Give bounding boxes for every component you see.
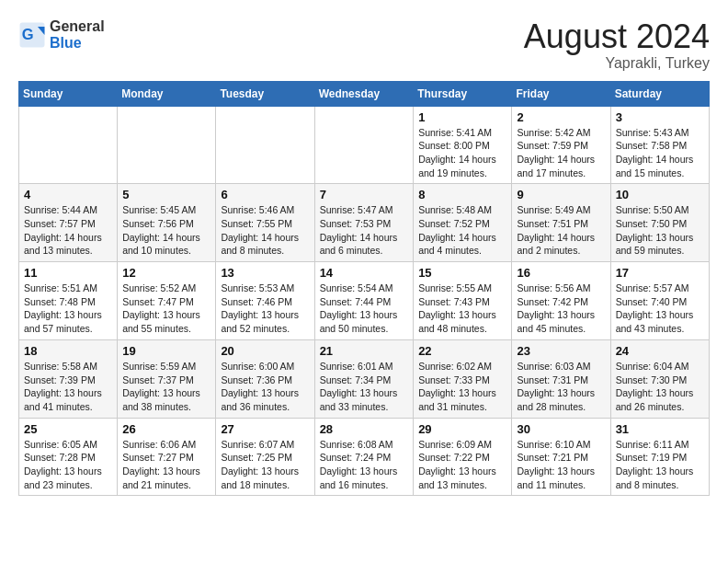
day-number: 17 [616,266,704,280]
day-info: Sunrise: 5:54 AM Sunset: 7:44 PM Dayligh… [320,282,409,336]
calendar-cell: 27Sunrise: 6:07 AM Sunset: 7:25 PM Dayli… [216,418,314,496]
day-info: Sunrise: 5:45 AM Sunset: 7:56 PM Dayligh… [122,203,210,258]
day-info: Sunrise: 5:59 AM Sunset: 7:37 PM Dayligh… [122,360,210,414]
day-info: Sunrise: 5:48 AM Sunset: 7:52 PM Dayligh… [418,203,506,258]
calendar-cell: 10Sunrise: 5:50 AM Sunset: 7:50 PM Dayli… [610,184,709,262]
day-number: 15 [418,266,506,280]
day-number: 20 [221,344,309,358]
day-number: 14 [320,266,409,280]
calendar-cell: 15Sunrise: 5:55 AM Sunset: 7:43 PM Dayli… [414,262,512,340]
calendar-cell: 8Sunrise: 5:48 AM Sunset: 7:52 PM Daylig… [414,184,512,262]
calendar-body: 1Sunrise: 5:41 AM Sunset: 8:00 PM Daylig… [19,106,710,496]
day-of-week-header: Wednesday [314,81,414,106]
day-of-week-header: Thursday [414,81,512,106]
svg-text:G: G [22,26,34,42]
day-number: 7 [320,188,409,201]
day-number: 12 [122,266,210,280]
calendar-week-row: 18Sunrise: 5:58 AM Sunset: 7:39 PM Dayli… [19,339,710,418]
day-number: 23 [517,344,605,358]
logo-icon: G [18,21,46,49]
day-info: Sunrise: 6:10 AM Sunset: 7:21 PM Dayligh… [517,438,605,492]
day-number: 29 [418,422,506,436]
calendar-cell: 29Sunrise: 6:09 AM Sunset: 7:22 PM Dayli… [414,418,512,496]
calendar-cell: 6Sunrise: 5:46 AM Sunset: 7:55 PM Daylig… [216,184,314,262]
calendar-cell: 2Sunrise: 5:42 AM Sunset: 7:59 PM Daylig… [512,106,610,184]
day-number: 4 [24,188,112,201]
calendar-cell: 16Sunrise: 5:56 AM Sunset: 7:42 PM Dayli… [512,262,610,340]
calendar-cell: 13Sunrise: 5:53 AM Sunset: 7:46 PM Dayli… [216,262,314,340]
calendar-cell: 9Sunrise: 5:49 AM Sunset: 7:51 PM Daylig… [512,184,610,262]
day-number: 19 [122,344,210,358]
day-number: 24 [616,344,704,358]
calendar-table: SundayMondayTuesdayWednesdayThursdayFrid… [18,81,710,497]
calendar-cell: 26Sunrise: 6:06 AM Sunset: 7:27 PM Dayli… [118,418,216,496]
day-number: 31 [616,422,704,436]
day-info: Sunrise: 5:44 AM Sunset: 7:57 PM Dayligh… [24,203,112,258]
day-number: 21 [320,344,409,358]
day-of-week-header: Monday [118,81,216,106]
day-info: Sunrise: 6:06 AM Sunset: 7:27 PM Dayligh… [122,438,210,492]
day-of-week-header: Sunday [19,81,118,106]
day-number: 8 [418,188,506,201]
day-info: Sunrise: 6:07 AM Sunset: 7:25 PM Dayligh… [221,438,309,492]
day-number: 18 [24,344,112,358]
day-info: Sunrise: 5:41 AM Sunset: 8:00 PM Dayligh… [418,126,506,180]
calendar-cell [216,106,314,184]
day-info: Sunrise: 5:50 AM Sunset: 7:50 PM Dayligh… [616,203,704,258]
calendar-week-row: 25Sunrise: 6:05 AM Sunset: 7:28 PM Dayli… [19,418,710,496]
day-info: Sunrise: 6:00 AM Sunset: 7:36 PM Dayligh… [221,360,309,414]
calendar-cell: 5Sunrise: 5:45 AM Sunset: 7:56 PM Daylig… [118,184,216,262]
day-number: 2 [517,110,605,124]
day-info: Sunrise: 6:11 AM Sunset: 7:19 PM Dayligh… [616,438,704,492]
logo: G General Blue [18,18,105,52]
logo-general: General [50,18,105,34]
header-row: SundayMondayTuesdayWednesdayThursdayFrid… [19,81,710,106]
day-number: 1 [418,110,506,124]
day-info: Sunrise: 6:09 AM Sunset: 7:22 PM Dayligh… [418,438,506,492]
day-info: Sunrise: 6:02 AM Sunset: 7:33 PM Dayligh… [418,360,506,414]
day-info: Sunrise: 5:42 AM Sunset: 7:59 PM Dayligh… [517,126,605,180]
day-info: Sunrise: 5:46 AM Sunset: 7:55 PM Dayligh… [221,203,309,258]
day-number: 28 [320,422,409,436]
calendar-cell: 7Sunrise: 5:47 AM Sunset: 7:53 PM Daylig… [314,184,414,262]
calendar-cell: 30Sunrise: 6:10 AM Sunset: 7:21 PM Dayli… [512,418,610,496]
calendar-cell [118,106,216,184]
day-info: Sunrise: 5:55 AM Sunset: 7:43 PM Dayligh… [418,282,506,336]
day-info: Sunrise: 5:52 AM Sunset: 7:47 PM Dayligh… [122,282,210,336]
calendar-cell: 4Sunrise: 5:44 AM Sunset: 7:57 PM Daylig… [19,184,118,262]
day-number: 25 [24,422,112,436]
calendar-cell: 19Sunrise: 5:59 AM Sunset: 7:37 PM Dayli… [118,339,216,418]
day-number: 9 [517,188,605,201]
calendar-cell [19,106,118,184]
calendar-cell: 3Sunrise: 5:43 AM Sunset: 7:58 PM Daylig… [610,106,709,184]
calendar-header: SundayMondayTuesdayWednesdayThursdayFrid… [19,81,710,106]
calendar-cell: 31Sunrise: 6:11 AM Sunset: 7:19 PM Dayli… [610,418,709,496]
day-info: Sunrise: 5:51 AM Sunset: 7:48 PM Dayligh… [24,282,112,336]
day-number: 27 [221,422,309,436]
day-number: 30 [517,422,605,436]
calendar-cell: 20Sunrise: 6:00 AM Sunset: 7:36 PM Dayli… [216,339,314,418]
month-year-title: August 2024 [524,18,710,55]
calendar-week-row: 4Sunrise: 5:44 AM Sunset: 7:57 PM Daylig… [19,184,710,262]
calendar-cell: 24Sunrise: 6:04 AM Sunset: 7:30 PM Dayli… [610,339,709,418]
day-info: Sunrise: 6:08 AM Sunset: 7:24 PM Dayligh… [320,438,409,492]
title-area: August 2024 Yaprakli, Turkey [524,18,710,72]
day-of-week-header: Tuesday [216,81,314,106]
day-of-week-header: Saturday [610,81,709,106]
calendar-cell: 22Sunrise: 6:02 AM Sunset: 7:33 PM Dayli… [414,339,512,418]
day-info: Sunrise: 6:01 AM Sunset: 7:34 PM Dayligh… [320,360,409,414]
day-info: Sunrise: 5:47 AM Sunset: 7:53 PM Dayligh… [320,203,409,258]
day-number: 11 [24,266,112,280]
day-info: Sunrise: 5:53 AM Sunset: 7:46 PM Dayligh… [221,282,309,336]
location-subtitle: Yaprakli, Turkey [524,55,710,72]
day-info: Sunrise: 6:03 AM Sunset: 7:31 PM Dayligh… [517,360,605,414]
calendar-cell: 28Sunrise: 6:08 AM Sunset: 7:24 PM Dayli… [314,418,414,496]
day-number: 10 [616,188,704,201]
day-info: Sunrise: 6:05 AM Sunset: 7:28 PM Dayligh… [24,438,112,492]
day-info: Sunrise: 5:56 AM Sunset: 7:42 PM Dayligh… [517,282,605,336]
calendar-cell: 12Sunrise: 5:52 AM Sunset: 7:47 PM Dayli… [118,262,216,340]
calendar-cell: 11Sunrise: 5:51 AM Sunset: 7:48 PM Dayli… [19,262,118,340]
calendar-week-row: 1Sunrise: 5:41 AM Sunset: 8:00 PM Daylig… [19,106,710,184]
calendar-cell [314,106,414,184]
calendar-cell: 14Sunrise: 5:54 AM Sunset: 7:44 PM Dayli… [314,262,414,340]
